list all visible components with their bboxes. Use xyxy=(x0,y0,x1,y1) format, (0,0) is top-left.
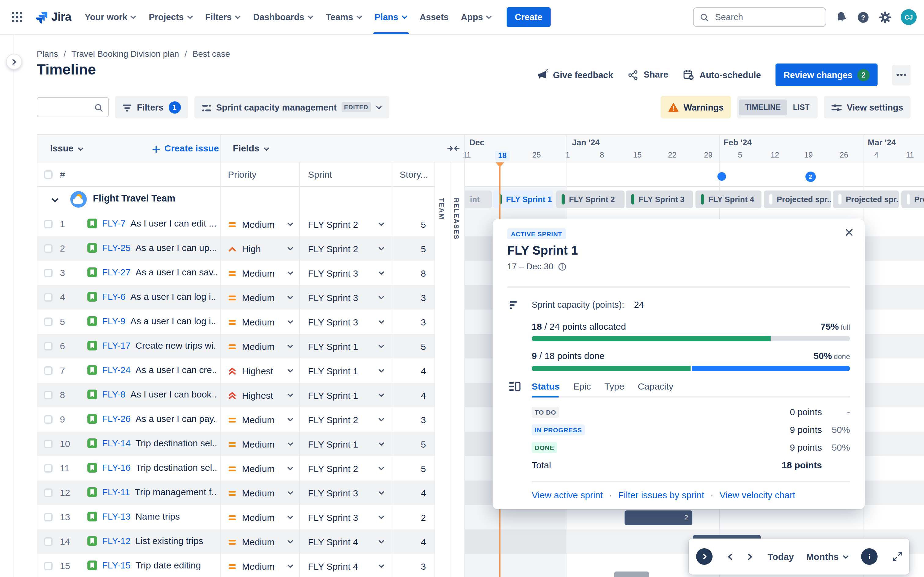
priority-dropdown[interactable]: Medium xyxy=(220,212,299,236)
release-marker[interactable]: 2 xyxy=(805,171,816,182)
tab-epic[interactable]: Epic xyxy=(573,381,591,392)
issue-summary[interactable]: Create new trips wi... xyxy=(136,340,217,350)
nav-item-your-work[interactable]: Your work xyxy=(79,0,143,34)
release-marker[interactable] xyxy=(717,172,726,181)
sprint-dropdown[interactable]: FLY Sprint 1 xyxy=(299,334,392,358)
tab-capacity[interactable]: Capacity xyxy=(638,381,674,392)
row-checkbox[interactable] xyxy=(44,366,53,375)
sprint-dropdown[interactable]: FLY Sprint 2 xyxy=(299,456,392,480)
breadcrumb-travel-booking-division-plan[interactable]: Travel Booking Division plan xyxy=(71,49,179,59)
issue-key-link[interactable]: FLY-7 xyxy=(102,218,126,228)
info-icon[interactable] xyxy=(557,261,566,271)
issue-key-link[interactable]: FLY-17 xyxy=(102,340,131,350)
sprint-dropdown[interactable]: FLY Sprint 4 xyxy=(299,554,392,577)
issue-summary[interactable]: As a user I can log i... xyxy=(131,316,217,326)
issue-key-link[interactable]: FLY-9 xyxy=(102,316,126,326)
row-checkbox[interactable] xyxy=(44,318,53,326)
sprint-bar-proj[interactable]: Proj... xyxy=(901,190,924,208)
sprint-dropdown[interactable]: FLY Sprint 1 xyxy=(299,432,392,456)
story-points-cell[interactable]: 5 xyxy=(392,236,435,261)
issue-column-header[interactable]: Issue xyxy=(50,143,84,153)
issue-key-link[interactable]: FLY-24 xyxy=(102,364,131,375)
story-points-cell[interactable]: 2 xyxy=(392,505,435,529)
settings-gear-icon[interactable] xyxy=(879,11,892,24)
sprint-dropdown[interactable]: FLY Sprint 3 xyxy=(299,480,392,505)
priority-dropdown[interactable]: Medium xyxy=(220,309,299,334)
give-feedback-button[interactable]: Give feedback xyxy=(536,69,613,81)
priority-dropdown[interactable]: Medium xyxy=(220,505,299,529)
sprint-dropdown[interactable]: FLY Sprint 3 xyxy=(299,505,392,529)
sprint-dropdown[interactable]: FLY Sprint 1 xyxy=(299,383,392,407)
story-points-cell[interactable]: 4 xyxy=(392,383,435,407)
issue-summary[interactable]: Name trips xyxy=(136,511,180,521)
help-icon[interactable]: ? xyxy=(857,11,870,24)
issue-summary[interactable]: As a user I can pay... xyxy=(136,413,217,424)
issue-key-link[interactable]: FLY-13 xyxy=(102,511,131,521)
issue-summary[interactable]: Trip management f... xyxy=(135,487,217,497)
tab-type[interactable]: Type xyxy=(604,381,624,392)
sprint-dropdown[interactable]: FLY Sprint 2 xyxy=(299,407,392,432)
link-view-active-sprint[interactable]: View active sprint xyxy=(531,490,603,500)
issue-key-link[interactable]: FLY-11 xyxy=(102,487,130,497)
row-checkbox[interactable] xyxy=(44,391,53,399)
issue-summary[interactable]: As a user I can log i... xyxy=(131,291,217,301)
expand-sidebar-button[interactable] xyxy=(6,54,22,69)
share-button[interactable]: Share xyxy=(628,69,668,80)
sprint-bar-fly-sprint-1[interactable]: FLY Sprint 1 xyxy=(493,190,553,208)
story-points-cell[interactable]: 4 xyxy=(392,529,435,554)
auto-schedule-button[interactable]: Auto-schedule xyxy=(683,69,761,81)
row-checkbox[interactable] xyxy=(44,220,53,228)
sprint-dropdown[interactable]: FLY Sprint 1 xyxy=(299,358,392,383)
priority-dropdown[interactable]: Medium xyxy=(220,480,299,505)
app-switcher-icon[interactable] xyxy=(7,7,27,27)
priority-dropdown[interactable]: Medium xyxy=(220,432,299,456)
jump-to-next-button[interactable] xyxy=(696,548,712,565)
notifications-icon[interactable] xyxy=(835,10,848,24)
story-points-cell[interactable]: 8 xyxy=(392,261,435,285)
collapse-fields-icon[interactable] xyxy=(447,144,460,155)
row-checkbox[interactable] xyxy=(44,513,53,521)
link-view-velocity-chart[interactable]: View velocity chart xyxy=(720,490,795,500)
close-icon[interactable] xyxy=(845,228,854,237)
breadcrumb-plans[interactable]: Plans xyxy=(37,49,58,59)
review-changes-button[interactable]: Review changes 2 xyxy=(775,63,877,86)
priority-dropdown[interactable]: Medium xyxy=(220,334,299,358)
story-points-cell[interactable]: 3 xyxy=(392,309,435,334)
tab-status[interactable]: Status xyxy=(531,381,560,392)
story-points-cell[interactable]: 3 xyxy=(392,285,435,309)
issue-summary[interactable]: Trip destination sel... xyxy=(136,438,217,448)
issue-summary[interactable]: As a user I can up... xyxy=(136,242,217,253)
priority-dropdown[interactable]: High xyxy=(220,236,299,261)
sprint-bar-fly-sprint-3[interactable]: FLY Sprint 3 xyxy=(626,190,693,208)
row-checkbox[interactable] xyxy=(44,342,53,350)
story-points-cell[interactable]: 4 xyxy=(392,480,435,505)
nav-item-dashboards[interactable]: Dashboards xyxy=(247,0,320,34)
zoom-level-dropdown[interactable]: Months xyxy=(806,551,849,562)
priority-dropdown[interactable]: Medium xyxy=(220,285,299,309)
story-points-cell[interactable]: 5 xyxy=(392,456,435,480)
sprint-dropdown[interactable]: FLY Sprint 3 xyxy=(299,285,392,309)
global-search[interactable] xyxy=(693,7,826,27)
sprint-bar-int[interactable]: int xyxy=(464,190,492,208)
issue-key-link[interactable]: FLY-15 xyxy=(102,560,131,570)
issue-summary[interactable]: Trip destination sel... xyxy=(136,462,217,472)
priority-dropdown[interactable]: Medium xyxy=(220,554,299,577)
plan-search-field[interactable] xyxy=(37,97,109,117)
warnings-button[interactable]: Warnings xyxy=(660,96,731,118)
row-checkbox[interactable] xyxy=(44,464,53,472)
story-points-cell[interactable]: 5 xyxy=(392,212,435,236)
issue-summary[interactable]: As I user I can book ... xyxy=(131,389,217,399)
list-mode-tab[interactable]: LIST xyxy=(787,99,816,115)
issue-schedule-bar[interactable] xyxy=(614,572,649,577)
issue-summary[interactable]: As a user I can sav... xyxy=(136,267,217,277)
row-checkbox[interactable] xyxy=(44,440,53,448)
user-avatar[interactable]: CJ xyxy=(901,9,917,25)
issue-key-link[interactable]: FLY-12 xyxy=(102,535,131,546)
issue-key-link[interactable]: FLY-14 xyxy=(102,438,131,448)
issue-key-link[interactable]: FLY-8 xyxy=(102,389,126,399)
scroll-left-button[interactable] xyxy=(725,550,736,562)
issue-summary[interactable]: As I user I can edit ... xyxy=(131,218,216,228)
breadcrumb-best-case[interactable]: Best case xyxy=(192,49,230,59)
sprint-dropdown[interactable]: FLY Sprint 3 xyxy=(299,309,392,334)
sprint-dropdown[interactable]: FLY Sprint 4 xyxy=(299,529,392,554)
